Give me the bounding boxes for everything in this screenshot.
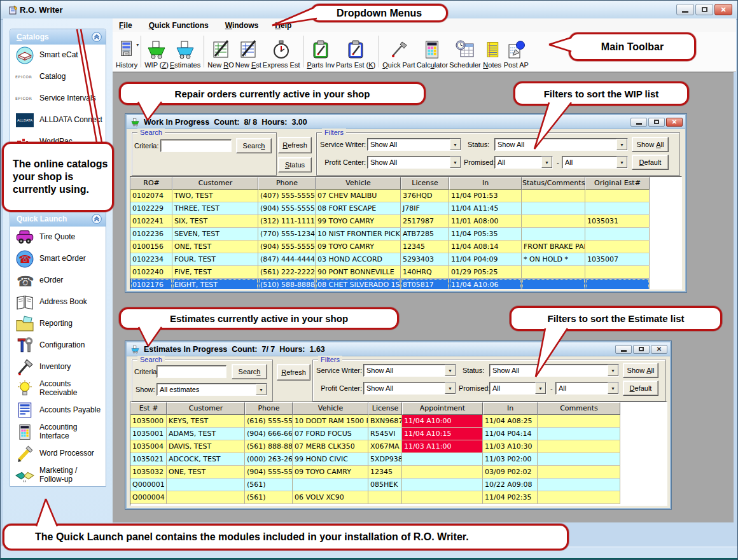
table-row[interactable]: 0102240FIVE, TEST(561) 222-222290 PONT B… (130, 266, 681, 279)
column-header-phone[interactable]: Phone (258, 177, 316, 190)
toolbar-parts-inv-button[interactable]: Parts Inv (306, 33, 335, 70)
quick-launch-item-configuration[interactable]: Configuration (10, 335, 106, 356)
catalog-item-alldata-connect[interactable]: ALLDATAALLDATA Connect (10, 109, 106, 131)
minimize-button[interactable] (676, 4, 694, 15)
dropdown-arrow-icon[interactable]: ▼ (445, 382, 456, 394)
table-row[interactable]: 0102236SEVEN, TEST(770) 555-123410 NIST … (130, 228, 681, 241)
quick-launch-item-reporting[interactable]: Reporting (10, 313, 106, 335)
toolbar-post-ap-button[interactable]: Post AP (503, 33, 529, 70)
collapse-chevron-icon[interactable] (92, 214, 102, 224)
collapse-chevron-icon[interactable] (92, 32, 102, 42)
toolbar-history-button[interactable]: ▾History (115, 33, 138, 70)
wip-show-all-button[interactable]: Show All (632, 137, 669, 152)
dropdown-arrow-icon[interactable]: ▼ (450, 157, 461, 168)
column-header-appointment[interactable]: Appointment (402, 402, 483, 415)
est-search-button[interactable]: Search (232, 364, 267, 379)
menu-windows[interactable]: Windows (225, 21, 259, 30)
wip-criteria-input[interactable] (160, 139, 232, 152)
toolbar-wip-z-button[interactable]: WIP (Z) (144, 33, 169, 70)
est-promised-from-select[interactable]: All▼ (489, 382, 547, 395)
column-header-original-est[interactable]: Original Est# (585, 177, 650, 190)
table-row[interactable]: 0102241SIX, TEST(312) 111-111199 TOYO CA… (130, 215, 681, 228)
wip-close-button[interactable]: ✕ (666, 118, 683, 127)
wip-minimize-button[interactable] (630, 118, 647, 127)
wip-profit-center-select[interactable]: Show All▼ (367, 156, 461, 169)
quick-launch-item-marketing-follow-up[interactable]: Marketing / Follow-up (10, 465, 106, 486)
table-row[interactable]: 1035001ADAMS, TEST(904) 666-666607 FORD … (130, 428, 667, 440)
dropdown-arrow-icon[interactable]: ▼ (535, 382, 546, 394)
wip-status-select[interactable]: Show All▼ (494, 138, 628, 151)
table-row[interactable]: 0102176EIGHT, TEST(510) 588-888808 CHET … (130, 279, 681, 290)
quick-launch-item-accounts-receivable[interactable]: Accounts Receivable (10, 378, 106, 400)
toolbar-new-ro-button[interactable]: New RO (207, 33, 235, 70)
wip-search-button[interactable]: Search (236, 138, 272, 153)
dropdown-arrow-icon[interactable]: ▼ (445, 365, 456, 376)
menu-quick-functions[interactable]: Quick Functions (149, 21, 209, 30)
toolbar-scheduler-button[interactable]: Scheduler (449, 33, 482, 70)
column-header-license[interactable]: License (368, 402, 402, 415)
maximize-button[interactable] (695, 4, 713, 15)
wip-title-bar[interactable]: Work In Progress Count: 8/ 8 Hours: 3.00… (127, 115, 685, 129)
column-header-customer[interactable]: Customer (172, 177, 258, 190)
quick-launch-item-accounts-payable[interactable]: Accounts Payable (10, 400, 106, 421)
est-minimize-button[interactable] (615, 345, 632, 354)
catalogs-panel-header[interactable]: Catalogs (10, 29, 106, 45)
quick-launch-item-tire-quote[interactable]: Tire Quote (10, 227, 106, 248)
est-status-select[interactable]: Show All▼ (489, 364, 619, 377)
toolbar-express-est-button[interactable]: Express Est (262, 33, 301, 70)
dropdown-arrow-icon[interactable]: ▼ (608, 382, 618, 394)
wip-default-button[interactable]: Default (632, 155, 669, 170)
toolbar-quick-part-button[interactable]: Quick Part (382, 33, 415, 70)
est-maximize-button[interactable] (633, 345, 650, 354)
column-header-status-comments[interactable]: Status/Comments (522, 177, 585, 190)
wip-table[interactable]: RO#CustomerPhoneVehicleLicenseInStatus/C… (130, 176, 682, 290)
est-show-all-button[interactable]: Show All (623, 363, 658, 378)
table-row[interactable]: 0102234FOUR, TEST(847) 444-444403 HOND A… (130, 253, 681, 266)
column-header-in[interactable]: In (449, 177, 522, 190)
wip-status-button[interactable]: Status (278, 157, 312, 172)
dropdown-arrow-icon[interactable]: ▼ (616, 157, 627, 168)
column-header-comments[interactable]: Comments (538, 402, 620, 415)
est-default-button[interactable]: Default (623, 381, 658, 396)
table-row[interactable]: 1035000KEYS, TEST(616) 555-555510 DODT R… (130, 415, 667, 428)
est-profit-center-select[interactable]: Show All▼ (363, 382, 456, 395)
est-promised-to-select[interactable]: All▼ (555, 382, 619, 395)
toolbar-estimates-button[interactable]: Estimates (169, 33, 201, 70)
catalog-item-catalog[interactable]: EPICORCatalog (10, 66, 106, 88)
column-header-phone[interactable]: Phone (245, 402, 293, 415)
est-criteria-input[interactable] (157, 365, 226, 378)
table-row[interactable]: 1035032ONE, TEST(904) 555-555509 TOYO CA… (130, 466, 667, 479)
wip-maximize-button[interactable] (648, 118, 665, 127)
wip-promised-from-select[interactable]: All▼ (494, 156, 553, 169)
est-show-select[interactable]: All estimates▼ (157, 383, 267, 396)
quick-launch-item-accounting-interface[interactable]: Accounting Interface (10, 421, 106, 443)
menu-file[interactable]: File (119, 21, 132, 30)
quick-launch-item-inventory[interactable]: Inventory (10, 356, 106, 378)
quick-launch-item-smart-eorder[interactable]: ☎Smart eOrder (10, 248, 106, 270)
table-row[interactable]: 0102229THREE, TEST(904) 555-555508 FORT … (130, 202, 681, 215)
quick-launch-panel-header[interactable]: Quick Launch (10, 211, 106, 227)
menu-help[interactable]: Help (275, 21, 291, 30)
quick-launch-item-address-book[interactable]: Address Book (10, 291, 106, 313)
toolbar-new-est-button[interactable]: New Est (235, 33, 262, 70)
quick-launch-item-word-processor[interactable]: Word Processor (10, 443, 106, 465)
column-header-in[interactable]: In (483, 402, 538, 415)
column-header-vehicle[interactable]: Vehicle (293, 402, 368, 415)
table-row[interactable]: 1035004DAVIS, TEST(561) 888-888807 MERB … (130, 440, 667, 453)
estimates-table[interactable]: Est #CustomerPhoneVehicleLicenseAppointm… (130, 402, 667, 506)
dropdown-arrow-icon[interactable]: ▼ (616, 139, 627, 150)
column-header-customer[interactable]: Customer (167, 402, 245, 415)
column-header-vehicle[interactable]: Vehicle (316, 177, 401, 190)
dropdown-arrow-icon[interactable]: ▼ (541, 157, 552, 168)
column-header-est[interactable]: Est # (130, 402, 167, 415)
catalog-item-smart-ecat[interactable]: Smart eCat (10, 45, 106, 66)
estimates-title-bar[interactable]: Estimates In Progress Count: 7/ 7 Hours:… (127, 342, 670, 356)
wip-promised-to-select[interactable]: All▼ (562, 156, 628, 169)
close-button[interactable]: ✕ (714, 4, 732, 15)
catalog-item-service-intervals[interactable]: EPICORService Intervals (10, 88, 106, 109)
dropdown-arrow-icon[interactable]: ▼ (608, 365, 618, 376)
table-row[interactable]: 1035021ADCOCK, TEST(000) 263-263299 HOND… (130, 453, 667, 466)
quick-launch-item-eorder[interactable]: ☎eOrder (10, 270, 106, 291)
wip-refresh-button[interactable]: Refresh (278, 137, 312, 153)
table-row[interactable]: Q000004(561)06 VOLV XC9011/04 P02:35 (130, 491, 667, 504)
